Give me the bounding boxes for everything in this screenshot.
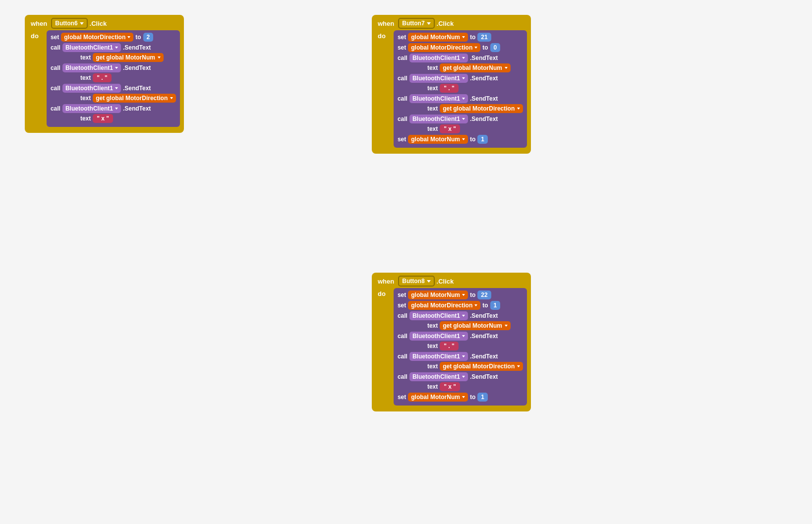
text-row: textget global MotorDirection — [398, 104, 523, 113]
number-chip[interactable]: 0 — [490, 43, 501, 52]
bluetooth-chip[interactable]: BluetoothClient1 — [409, 115, 468, 123]
do-section: dosetglobal MotorNumto21setglobal MotorD… — [376, 30, 527, 148]
when-label: when — [29, 19, 49, 28]
text-row: text" x " — [51, 114, 176, 123]
bluetooth-chip[interactable]: BluetoothClient1 — [409, 94, 468, 103]
number-chip[interactable]: 21 — [477, 33, 491, 42]
get-chip[interactable]: get global MotorNum — [440, 321, 511, 330]
string-chip-label: " x " — [97, 115, 109, 122]
call-row: callBluetoothClient1.SendText — [398, 115, 523, 123]
number-chip[interactable]: 22 — [477, 291, 491, 299]
string-chip[interactable]: " . " — [93, 73, 111, 82]
variable-chip[interactable]: global MotorNum — [408, 393, 468, 402]
variable-chip[interactable]: global MotorDirection — [61, 33, 133, 42]
call-keyword: call — [51, 44, 60, 51]
variable-chip-label: global MotorDirection — [411, 302, 472, 309]
bluetooth-chip[interactable]: BluetoothClient1 — [409, 372, 468, 381]
bluetooth-chip[interactable]: BluetoothClient1 — [62, 104, 121, 113]
number-chip[interactable]: 1 — [490, 301, 501, 310]
variable-chip[interactable]: global MotorNum — [408, 291, 468, 299]
get-chip-label: global MotorDirection — [453, 105, 515, 112]
to-keyword: to — [482, 44, 488, 51]
number-chip[interactable]: 1 — [477, 135, 488, 144]
call-statement: callBluetoothClient1.SendTexttextget glo… — [398, 311, 523, 330]
bluetooth-chip-label: BluetoothClient1 — [412, 353, 460, 360]
do-label: do — [376, 31, 388, 41]
bluetooth-chip-label: BluetoothClient1 — [412, 75, 460, 82]
when-row: whenButton8.Click — [376, 276, 527, 287]
bluetooth-chip-label: BluetoothClient1 — [412, 55, 460, 61]
string-chip-label: " . " — [444, 343, 454, 349]
set-keyword: set — [51, 34, 59, 41]
inner-content: setglobal MotorNumto21setglobal MotorDir… — [394, 30, 527, 148]
dropdown-arrow-icon — [127, 36, 130, 38]
variable-chip[interactable]: global MotorDirection — [408, 43, 480, 52]
string-chip[interactable]: " x " — [440, 124, 460, 133]
button-chip[interactable]: Button6 — [51, 18, 87, 29]
number-chip[interactable]: 2 — [143, 33, 154, 42]
call-row: callBluetoothClient1.SendText — [51, 84, 176, 93]
call-keyword: call — [51, 105, 60, 112]
call-keyword: call — [398, 116, 407, 122]
string-chip[interactable]: " . " — [440, 84, 458, 93]
bluetooth-chip[interactable]: BluetoothClient1 — [409, 54, 468, 62]
get-chip[interactable]: get global MotorNum — [440, 63, 511, 72]
dropdown-arrow-icon — [115, 67, 118, 69]
set-statement: setglobal MotorNumto22 — [398, 291, 523, 299]
call-row: callBluetoothClient1.SendText — [398, 94, 523, 103]
text-row: text" x " — [398, 124, 523, 133]
sendtext-label: .SendText — [470, 333, 498, 340]
bluetooth-chip[interactable]: BluetoothClient1 — [409, 311, 468, 320]
block-group-block6: whenButton6.Clickdosetglobal MotorDirect… — [25, 15, 184, 133]
bluetooth-chip[interactable]: BluetoothClient1 — [62, 43, 121, 52]
variable-chip[interactable]: global MotorNum — [408, 33, 468, 42]
bluetooth-chip[interactable]: BluetoothClient1 — [62, 63, 121, 72]
set-keyword: set — [398, 302, 406, 309]
call-statement: callBluetoothClient1.SendTexttextget glo… — [51, 84, 176, 103]
button-chip[interactable]: Button8 — [398, 276, 434, 287]
variable-chip[interactable]: global MotorDirection — [408, 301, 480, 310]
set-keyword: set — [398, 34, 406, 41]
string-chip-label: " x " — [444, 125, 456, 132]
bluetooth-chip-label: BluetoothClient1 — [65, 64, 113, 71]
number-chip[interactable]: 1 — [477, 393, 488, 402]
bluetooth-chip[interactable]: BluetoothClient1 — [409, 352, 468, 361]
dropdown-arrow-icon — [462, 315, 465, 317]
get-chip-label: global MotorDirection — [453, 363, 515, 370]
call-statement: callBluetoothClient1.SendTexttext" x " — [398, 372, 523, 391]
get-chip[interactable]: get global MotorDirection — [440, 104, 523, 113]
button-chip[interactable]: Button7 — [398, 18, 434, 29]
click-label: .Click — [437, 20, 454, 27]
text-keyword: text — [427, 64, 438, 71]
string-chip[interactable]: " x " — [440, 382, 460, 391]
outer-block: whenButton8.Clickdosetglobal MotorNumto2… — [372, 273, 531, 411]
call-statement: callBluetoothClient1.SendTexttext" x " — [398, 115, 523, 133]
variable-chip-label: global MotorDirection — [411, 44, 472, 51]
outer-block: whenButton6.Clickdosetglobal MotorDirect… — [25, 15, 184, 133]
bluetooth-chip[interactable]: BluetoothClient1 — [409, 332, 468, 341]
get-chip[interactable]: get global MotorDirection — [440, 362, 523, 371]
sendtext-label: .SendText — [470, 373, 498, 380]
call-statement: callBluetoothClient1.SendTexttextget glo… — [398, 94, 523, 113]
dropdown-arrow-icon — [505, 67, 508, 69]
call-statement: callBluetoothClient1.SendTexttextget glo… — [51, 43, 176, 62]
string-chip-label: " x " — [444, 383, 456, 390]
do-label: do — [29, 31, 41, 41]
string-chip[interactable]: " x " — [93, 114, 113, 123]
sendtext-label: .SendText — [470, 116, 498, 122]
dropdown-arrow-icon — [474, 47, 477, 49]
call-row: callBluetoothClient1.SendText — [51, 63, 176, 72]
get-chip[interactable]: get global MotorNum — [93, 53, 164, 62]
set-keyword: set — [398, 136, 406, 143]
text-keyword: text — [427, 105, 438, 112]
variable-chip[interactable]: global MotorNum — [408, 135, 468, 144]
get-chip[interactable]: get global MotorDirection — [93, 94, 176, 103]
bluetooth-chip[interactable]: BluetoothClient1 — [62, 84, 121, 93]
dropdown-arrow-icon — [427, 22, 431, 25]
call-statement: callBluetoothClient1.SendTexttext" . " — [398, 74, 523, 93]
string-chip[interactable]: " . " — [440, 342, 458, 350]
sendtext-label: .SendText — [470, 55, 498, 61]
bluetooth-chip[interactable]: BluetoothClient1 — [409, 74, 468, 83]
get-chip-label: global MotorNum — [106, 54, 155, 61]
button-chip-label: Button8 — [402, 278, 424, 285]
